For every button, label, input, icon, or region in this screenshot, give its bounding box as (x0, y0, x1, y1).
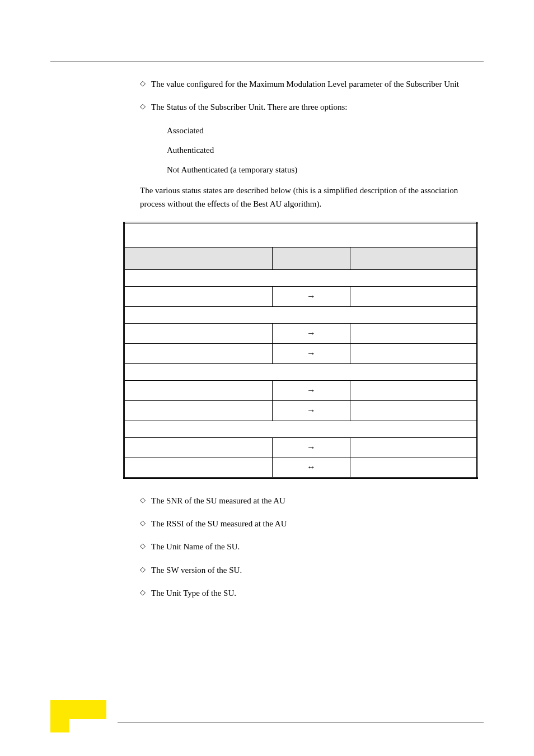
main-content: ◇ The value configured for the Maximum M… (50, 78, 484, 211)
table-cell (350, 286, 477, 306)
bullet-text: The SNR of the SU measured at the AU (151, 494, 478, 507)
sub-item: Authenticated (167, 144, 478, 157)
table-cell (350, 458, 477, 478)
table-row: → (124, 437, 477, 458)
bullet-item: ◇ The RSSI of the SU measured at the AU (140, 517, 478, 530)
sub-item: Not Authenticated (a temporary status) (167, 164, 478, 176)
table-row: → (124, 343, 477, 363)
table-title-cell (124, 222, 477, 247)
table-section-row (124, 421, 477, 437)
table-header-row (124, 247, 477, 269)
table-section-row (124, 306, 477, 323)
lower-content: ◇ The SNR of the SU measured at the AU ◇… (50, 494, 484, 600)
diamond-icon: ◇ (140, 517, 151, 529)
table-cell (124, 437, 273, 458)
double-arrow-icon: ↔ (273, 458, 350, 478)
table-cell (124, 269, 477, 286)
page: ◇ The value configured for the Maximum M… (0, 0, 534, 756)
bullet-text: The Status of the Subscriber Unit. There… (151, 101, 478, 114)
arrow-icon: → (273, 380, 350, 400)
table-row: → (124, 286, 477, 306)
table-cell (124, 363, 477, 380)
table-cell (350, 380, 477, 400)
table-cell (124, 380, 273, 400)
arrow-icon: → (273, 437, 350, 458)
bullet-item: ◇ The Unit Name of the SU. (140, 540, 478, 553)
table-header-cell (350, 247, 477, 269)
diamond-icon: ◇ (140, 101, 151, 113)
table-cell (124, 323, 273, 343)
paragraph: The various status states are described … (140, 184, 478, 211)
table-header-cell (124, 247, 273, 269)
table-cell (124, 421, 477, 437)
bullet-text: The SW version of the SU. (151, 564, 478, 577)
bullet-item: ◇ The Status of the Subscriber Unit. The… (140, 101, 478, 114)
diamond-icon: ◇ (140, 540, 151, 552)
table-section-row (124, 269, 477, 286)
table-cell (124, 400, 273, 421)
bullet-text: The Unit Name of the SU. (151, 540, 478, 553)
table-cell (350, 400, 477, 421)
arrow-icon: → (273, 286, 350, 306)
bullet-item: ◇ The Unit Type of the SU. (140, 587, 478, 600)
table-cell (350, 343, 477, 363)
bullet-text: The Unit Type of the SU. (151, 587, 478, 600)
table-container: → → → → (123, 222, 478, 479)
table-row: → (124, 400, 477, 421)
status-table: → → → → (123, 222, 478, 479)
highlight-stub (50, 719, 69, 732)
bullet-text: The RSSI of the SU measured at the AU (151, 517, 478, 530)
table-row: → (124, 323, 477, 343)
table-header-cell (273, 247, 350, 269)
footer (0, 722, 534, 722)
bullet-item: ◇ The SW version of the SU. (140, 564, 478, 577)
footer-horizontal-rule (118, 722, 484, 722)
table-row: → (124, 380, 477, 400)
diamond-icon: ◇ (140, 587, 151, 599)
highlight-mark (50, 700, 106, 719)
sub-item: Associated (167, 124, 478, 137)
diamond-icon: ◇ (140, 494, 151, 506)
bullet-item: ◇ The SNR of the SU measured at the AU (140, 494, 478, 507)
arrow-icon: → (273, 400, 350, 421)
table-cell (124, 286, 273, 306)
sub-list: Associated Authenticated Not Authenticat… (140, 124, 478, 177)
bullet-item: ◇ The value configured for the Maximum M… (140, 78, 478, 91)
table-cell (350, 437, 477, 458)
table-cell (124, 306, 477, 323)
arrow-icon: → (273, 343, 350, 363)
table-cell (124, 343, 273, 363)
table-cell (124, 458, 273, 478)
bullet-text: The value configured for the Maximum Mod… (151, 78, 478, 91)
table-title-row (124, 222, 477, 247)
table-cell (350, 323, 477, 343)
arrow-icon: → (273, 323, 350, 343)
diamond-icon: ◇ (140, 564, 151, 576)
table-row: ↔ (124, 458, 477, 478)
diamond-icon: ◇ (140, 78, 151, 90)
top-horizontal-rule (50, 62, 484, 62)
table-section-row (124, 363, 477, 380)
